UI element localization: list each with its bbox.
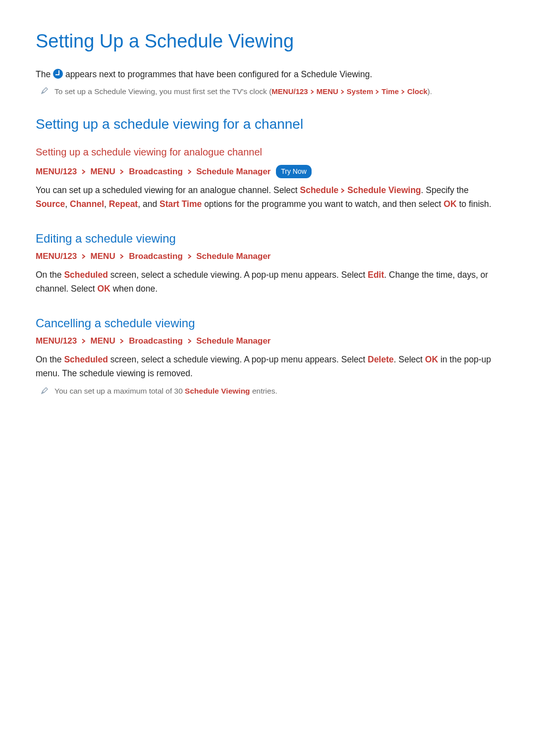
kw-scheduled: Scheduled: [64, 270, 108, 280]
intro-text: The appears next to programmes that have…: [36, 67, 499, 81]
text: to finish.: [457, 199, 491, 209]
text: On the: [36, 354, 64, 364]
path-item: Schedule Manager: [196, 167, 270, 176]
section-heading-channel: Setting up a schedule viewing for a chan…: [36, 115, 499, 133]
note-clock: To set up a Schedule Viewing, you must f…: [36, 85, 499, 98]
text: . Select: [394, 354, 425, 364]
path-item: System: [347, 87, 373, 96]
path-item: MENU: [91, 336, 115, 346]
text: You can set up a scheduled viewing for a…: [36, 185, 300, 195]
chevron-right-icon: [81, 334, 86, 348]
kw-schedule: Schedule: [300, 185, 339, 195]
chevron-right-icon: [187, 165, 192, 178]
path-item: MENU: [91, 252, 115, 261]
kw-repeat: Repeat: [109, 199, 138, 209]
section3-body: On the Scheduled screen, select a schedu…: [36, 353, 499, 380]
note-clock-text: To set up a Schedule Viewing, you must f…: [54, 87, 271, 96]
kw-ok: OK: [425, 354, 438, 364]
kw-ok: OK: [98, 284, 110, 294]
path-item: Schedule Manager: [196, 336, 270, 346]
path-item: MENU/123: [271, 87, 308, 96]
page-title: Setting Up a Schedule Viewing: [36, 30, 499, 53]
pen-icon: [41, 387, 49, 395]
intro-post: appears next to programmes that have bee…: [63, 69, 372, 79]
menu-path-editing: MENU/123 MENU Broadcasting Schedule Mana…: [36, 250, 499, 263]
path-item: MENU: [91, 167, 115, 176]
chevron-right-icon: [187, 250, 192, 263]
chevron-right-icon: [81, 250, 86, 263]
path-item: MENU/123: [36, 252, 77, 261]
subsection-heading-analogue: Setting up a schedule viewing for analog…: [36, 147, 499, 158]
kw-scheduled: Scheduled: [64, 354, 108, 364]
text: when done.: [110, 284, 158, 294]
path-item: Time: [381, 87, 399, 96]
chevron-right-icon: [340, 183, 345, 197]
note-clock-body: To set up a Schedule Viewing, you must f…: [54, 85, 499, 98]
text: options for the programme you want to wa…: [202, 199, 443, 209]
intro-pre: The: [36, 69, 53, 79]
path-item: Broadcasting: [129, 336, 183, 346]
kw-source: Source: [36, 199, 65, 209]
text: . Specify the: [421, 185, 469, 195]
note-max-body: You can set up a maximum total of 30 Sch…: [54, 385, 499, 398]
text: entries.: [250, 387, 277, 395]
path-item: MENU/123: [36, 336, 77, 346]
try-now-button[interactable]: Try Now: [276, 165, 312, 178]
section-heading-cancelling: Cancelling a schedule viewing: [36, 316, 499, 330]
page-content: Setting Up a Schedule Viewing The appear…: [0, 0, 535, 427]
path-item: MENU: [317, 87, 338, 96]
text: On the: [36, 270, 64, 280]
section1-body: You can set up a scheduled viewing for a…: [36, 183, 499, 211]
path-item: Broadcasting: [129, 252, 183, 261]
menu-path-cancelling: MENU/123 MENU Broadcasting Schedule Mana…: [36, 334, 499, 348]
note-max-entries: You can set up a maximum total of 30 Sch…: [36, 385, 499, 398]
kw-schedule-viewing: Schedule Viewing: [347, 185, 421, 195]
kw-channel: Channel: [70, 199, 104, 209]
text: screen, select a schedule viewing. A pop…: [108, 270, 368, 280]
kw-delete: Delete: [368, 354, 394, 364]
chevron-right-icon: [81, 165, 86, 178]
chevron-right-icon: [119, 334, 124, 348]
section2-body: On the Scheduled screen, select a schedu…: [36, 268, 499, 296]
kw-edit: Edit: [368, 270, 384, 280]
menu-path-analogue: MENU/123 MENU Broadcasting Schedule Mana…: [36, 165, 499, 178]
chevron-right-icon: [119, 250, 124, 263]
pen-icon: [41, 87, 49, 95]
chevron-right-icon: [310, 85, 315, 98]
path-item: MENU/123: [36, 167, 77, 176]
kw-schedule-viewing: Schedule Viewing: [185, 387, 250, 395]
note-clock-close: ).: [428, 87, 432, 96]
chevron-right-icon: [375, 85, 379, 98]
path-item: Broadcasting: [129, 167, 183, 176]
text: You can set up a maximum total of 30: [54, 387, 185, 395]
text: screen, select a schedule viewing. A pop…: [108, 354, 368, 364]
path-item: Schedule Manager: [196, 252, 270, 261]
chevron-right-icon: [119, 165, 124, 178]
chevron-right-icon: [340, 85, 345, 98]
kw-ok: OK: [444, 199, 457, 209]
section-heading-editing: Editing a schedule viewing: [36, 232, 499, 246]
path-item: Clock: [407, 87, 428, 96]
kw-start-time: Start Time: [160, 199, 202, 209]
chevron-right-icon: [187, 334, 192, 348]
chevron-right-icon: [401, 85, 405, 98]
clock-icon: [53, 69, 63, 79]
